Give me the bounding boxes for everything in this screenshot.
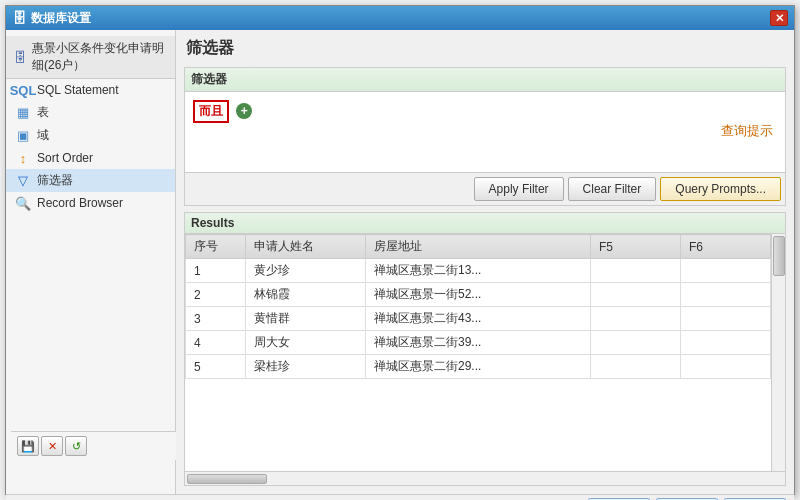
sidebar-item-field[interactable]: ▣ 域: [6, 124, 175, 147]
sidebar-item-record[interactable]: 🔍 Record Browser: [6, 192, 175, 214]
close-button[interactable]: ✕: [770, 10, 788, 26]
col-f6-label: F6: [681, 235, 771, 259]
save-button[interactable]: 💾: [17, 436, 39, 456]
scrollbar-thumb[interactable]: [773, 236, 785, 276]
cell-seq: 3: [186, 307, 246, 331]
cell-f5: [591, 331, 681, 355]
cell-name: 梁桂珍: [246, 355, 366, 379]
filter-add-button[interactable]: +: [236, 103, 252, 119]
cell-seq: 1: [186, 259, 246, 283]
filter-section-header: 筛选器: [185, 68, 785, 92]
cell-name: 黄少珍: [246, 259, 366, 283]
col-address-label: 房屋地址: [366, 235, 591, 259]
results-table: 序号 申请人姓名 房屋地址 F5 F6 1黄少珍禅城区惠景二街13...2林锦霞…: [185, 234, 771, 379]
sidebar-item-table-label: 表: [37, 104, 49, 121]
col-f5-label: F5: [591, 235, 681, 259]
main-content: 筛选器 筛选器 而且 + 查询提示 Apply Filter Clear Fil…: [176, 30, 794, 494]
sidebar-header-label: 惠景小区条件变化申请明细(26户）: [32, 40, 167, 74]
sidebar-item-field-label: 域: [37, 127, 49, 144]
field-icon: ▣: [14, 128, 32, 144]
cell-f5: [591, 259, 681, 283]
sort-icon: ↕: [14, 150, 32, 166]
action-bar: 确定 取消 帮助: [6, 494, 794, 500]
cell-f6: [681, 355, 771, 379]
table-col-labels: 序号 申请人姓名 房屋地址 F5 F6: [186, 235, 771, 259]
query-hint: 查询提示: [721, 122, 773, 140]
cell-address: 禅城区惠景二街43...: [366, 307, 591, 331]
table-row[interactable]: 1黄少珍禅城区惠景二街13...: [186, 259, 771, 283]
filter-body: 而且 + 查询提示: [185, 92, 785, 172]
delete-button[interactable]: ✕: [41, 436, 63, 456]
table-row[interactable]: 2林锦霞禅城区惠景一街52...: [186, 283, 771, 307]
sidebar-item-filter[interactable]: ▽ 筛选器: [6, 169, 175, 192]
filter-icon: ▽: [14, 173, 32, 189]
cell-f5: [591, 355, 681, 379]
sidebar-item-sql[interactable]: SQL SQL Statement: [6, 79, 175, 101]
record-icon: 🔍: [14, 195, 32, 211]
cell-seq: 4: [186, 331, 246, 355]
database-icon: 🗄: [14, 50, 27, 65]
scrollbar-area: 序号 申请人姓名 房屋地址 F5 F6 1黄少珍禅城区惠景二街13...2林锦霞…: [185, 234, 785, 471]
window-icon: 🗄: [12, 10, 26, 26]
cell-address: 禅城区惠景一街52...: [366, 283, 591, 307]
title-bar: 🗄 数据库设置 ✕: [6, 6, 794, 30]
page-title: 筛选器: [184, 38, 786, 59]
cell-address: 禅城区惠景二街29...: [366, 355, 591, 379]
cell-seq: 2: [186, 283, 246, 307]
cell-f6: [681, 283, 771, 307]
col-name-label: 申请人姓名: [246, 235, 366, 259]
sidebar-bottom-toolbar: 💾 ✕ ↺: [11, 431, 176, 460]
window-body: 🗄 惠景小区条件变化申请明细(26户） SQL SQL Statement ▦ …: [6, 30, 794, 494]
clear-filter-button[interactable]: Clear Filter: [568, 177, 657, 201]
sidebar-header: 🗄 惠景小区条件变化申请明细(26户）: [6, 36, 175, 79]
cell-f6: [681, 259, 771, 283]
cell-f5: [591, 307, 681, 331]
table-row[interactable]: 3黄惜群禅城区惠景二街43...: [186, 307, 771, 331]
sidebar-item-sql-label: SQL Statement: [37, 83, 119, 97]
filter-buttons: Apply Filter Clear Filter Query Prompts.…: [185, 172, 785, 205]
sidebar-item-sort[interactable]: ↕ Sort Order: [6, 147, 175, 169]
sidebar-item-filter-label: 筛选器: [37, 172, 73, 189]
cell-name: 周大女: [246, 331, 366, 355]
results-section: Results 序号 申请人姓名 房屋地址 F5 F6: [184, 212, 786, 486]
table-body: 1黄少珍禅城区惠景二街13...2林锦霞禅城区惠景一街52...3黄惜群禅城区惠…: [186, 259, 771, 379]
main-window: 🗄 数据库设置 ✕ 🗄 惠景小区条件变化申请明细(26户） SQL SQL St…: [5, 5, 795, 495]
sidebar-item-record-label: Record Browser: [37, 196, 123, 210]
cell-address: 禅城区惠景二街39...: [366, 331, 591, 355]
cell-f5: [591, 283, 681, 307]
table-row[interactable]: 4周大女禅城区惠景二街39...: [186, 331, 771, 355]
query-prompts-button[interactable]: Query Prompts...: [660, 177, 781, 201]
apply-filter-button[interactable]: Apply Filter: [474, 177, 564, 201]
col-seq-label: 序号: [186, 235, 246, 259]
refresh-button[interactable]: ↺: [65, 436, 87, 456]
horizontal-scrollbar[interactable]: [185, 471, 785, 485]
sidebar-item-table[interactable]: ▦ 表: [6, 101, 175, 124]
table-row[interactable]: 5梁桂珍禅城区惠景二街29...: [186, 355, 771, 379]
vertical-scrollbar[interactable]: [771, 234, 785, 471]
table-wrapper: 序号 申请人姓名 房屋地址 F5 F6 1黄少珍禅城区惠景二街13...2林锦霞…: [185, 234, 771, 471]
cell-f6: [681, 307, 771, 331]
sidebar-item-sort-label: Sort Order: [37, 151, 93, 165]
results-header: Results: [185, 213, 785, 234]
table-icon: ▦: [14, 105, 32, 121]
sql-icon: SQL: [14, 82, 32, 98]
filter-section: 筛选器 而且 + 查询提示 Apply Filter Clear Filter …: [184, 67, 786, 206]
cell-address: 禅城区惠景二街13...: [366, 259, 591, 283]
sidebar: 🗄 惠景小区条件变化申请明细(26户） SQL SQL Statement ▦ …: [6, 30, 176, 494]
cell-seq: 5: [186, 355, 246, 379]
cell-name: 林锦霞: [246, 283, 366, 307]
cell-name: 黄惜群: [246, 307, 366, 331]
window-title: 数据库设置: [31, 10, 770, 27]
filter-tag[interactable]: 而且: [193, 100, 229, 123]
h-scrollbar-thumb[interactable]: [187, 474, 267, 484]
cell-f6: [681, 331, 771, 355]
